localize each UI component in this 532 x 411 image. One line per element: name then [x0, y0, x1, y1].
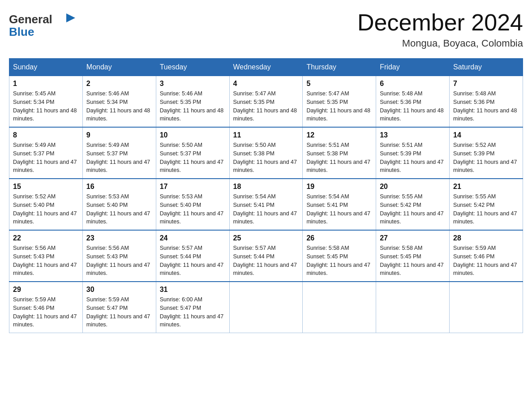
day-number: 26	[306, 234, 372, 242]
header-monday: Monday	[82, 59, 156, 76]
calendar-cell: 19 Sunrise: 5:54 AM Sunset: 5:41 PM Dayl…	[303, 179, 376, 230]
day-info: Sunrise: 5:50 AM Sunset: 5:38 PM Dayligh…	[233, 141, 299, 175]
day-info: Sunrise: 5:49 AM Sunset: 5:37 PM Dayligh…	[86, 141, 152, 175]
day-info: Sunrise: 5:49 AM Sunset: 5:37 PM Dayligh…	[13, 141, 79, 175]
calendar-cell: 1 Sunrise: 5:45 AM Sunset: 5:34 PM Dayli…	[9, 76, 83, 128]
calendar-cell: 9 Sunrise: 5:49 AM Sunset: 5:37 PM Dayli…	[82, 127, 156, 179]
calendar-cell: 6 Sunrise: 5:48 AM Sunset: 5:36 PM Dayli…	[376, 76, 450, 128]
days-header-row: SundayMondayTuesdayWednesdayThursdayFrid…	[9, 59, 523, 76]
calendar-cell: 28 Sunrise: 5:59 AM Sunset: 5:46 PM Dayl…	[450, 230, 523, 282]
calendar-cell: 11 Sunrise: 5:50 AM Sunset: 5:38 PM Dayl…	[229, 127, 303, 179]
calendar-cell: 16 Sunrise: 5:53 AM Sunset: 5:40 PM Dayl…	[82, 179, 156, 230]
day-info: Sunrise: 5:58 AM Sunset: 5:45 PM Dayligh…	[306, 244, 372, 278]
calendar-cell	[450, 282, 523, 333]
day-info: Sunrise: 5:55 AM Sunset: 5:42 PM Dayligh…	[453, 193, 519, 226]
calendar-cell: 2 Sunrise: 5:46 AM Sunset: 5:34 PM Dayli…	[82, 76, 156, 128]
logo: General Blue	[9, 9, 81, 42]
day-info: Sunrise: 5:52 AM Sunset: 5:39 PM Dayligh…	[453, 141, 519, 175]
day-number: 2	[86, 80, 152, 88]
day-info: Sunrise: 5:52 AM Sunset: 5:40 PM Dayligh…	[13, 193, 79, 226]
calendar-cell: 7 Sunrise: 5:48 AM Sunset: 5:36 PM Dayli…	[450, 76, 523, 128]
day-info: Sunrise: 5:58 AM Sunset: 5:45 PM Dayligh…	[380, 244, 446, 278]
svg-marker-1	[66, 13, 75, 22]
week-row-1: 1 Sunrise: 5:45 AM Sunset: 5:34 PM Dayli…	[9, 76, 523, 128]
day-info: Sunrise: 5:57 AM Sunset: 5:44 PM Dayligh…	[160, 244, 226, 278]
calendar-cell: 14 Sunrise: 5:52 AM Sunset: 5:39 PM Dayl…	[450, 127, 523, 179]
day-info: Sunrise: 5:53 AM Sunset: 5:40 PM Dayligh…	[86, 193, 152, 226]
day-info: Sunrise: 5:51 AM Sunset: 5:39 PM Dayligh…	[380, 141, 446, 175]
day-number: 5	[306, 80, 372, 88]
day-info: Sunrise: 5:50 AM Sunset: 5:37 PM Dayligh…	[160, 141, 226, 175]
day-number: 29	[13, 286, 79, 294]
calendar-cell: 31 Sunrise: 6:00 AM Sunset: 5:47 PM Dayl…	[156, 282, 229, 333]
calendar-cell: 8 Sunrise: 5:49 AM Sunset: 5:37 PM Dayli…	[9, 127, 83, 179]
calendar-table: SundayMondayTuesdayWednesdayThursdayFrid…	[9, 58, 523, 333]
day-info: Sunrise: 5:56 AM Sunset: 5:43 PM Dayligh…	[86, 244, 152, 278]
day-number: 15	[13, 183, 79, 191]
calendar-cell: 3 Sunrise: 5:46 AM Sunset: 5:35 PM Dayli…	[156, 76, 229, 128]
day-number: 27	[380, 234, 446, 242]
header-friday: Friday	[376, 59, 450, 76]
calendar-cell: 20 Sunrise: 5:55 AM Sunset: 5:42 PM Dayl…	[376, 179, 450, 230]
day-number: 3	[160, 80, 226, 88]
day-info: Sunrise: 6:00 AM Sunset: 5:47 PM Dayligh…	[160, 295, 226, 329]
day-number: 11	[233, 131, 299, 139]
header-saturday: Saturday	[450, 59, 523, 76]
day-number: 4	[233, 80, 299, 88]
day-info: Sunrise: 5:55 AM Sunset: 5:42 PM Dayligh…	[380, 193, 446, 226]
calendar-cell: 4 Sunrise: 5:47 AM Sunset: 5:35 PM Dayli…	[229, 76, 303, 128]
day-number: 6	[380, 80, 446, 88]
calendar-cell: 29 Sunrise: 5:59 AM Sunset: 5:46 PM Dayl…	[9, 282, 83, 333]
page-header: General Blue December 2024 Mongua, Boyac…	[9, 9, 523, 49]
day-number: 28	[453, 234, 519, 242]
day-number: 12	[306, 131, 372, 139]
calendar-cell	[303, 282, 376, 333]
calendar-cell	[229, 282, 303, 333]
week-row-2: 8 Sunrise: 5:49 AM Sunset: 5:37 PM Dayli…	[9, 127, 523, 179]
calendar-cell: 27 Sunrise: 5:58 AM Sunset: 5:45 PM Dayl…	[376, 230, 450, 282]
calendar-cell: 26 Sunrise: 5:58 AM Sunset: 5:45 PM Dayl…	[303, 230, 376, 282]
day-number: 21	[453, 183, 519, 191]
day-info: Sunrise: 5:59 AM Sunset: 5:46 PM Dayligh…	[453, 244, 519, 278]
day-number: 10	[160, 131, 226, 139]
day-number: 24	[160, 234, 226, 242]
day-number: 18	[233, 183, 299, 191]
day-info: Sunrise: 5:51 AM Sunset: 5:38 PM Dayligh…	[306, 141, 372, 175]
day-info: Sunrise: 5:56 AM Sunset: 5:43 PM Dayligh…	[13, 244, 79, 278]
day-info: Sunrise: 5:57 AM Sunset: 5:44 PM Dayligh…	[233, 244, 299, 278]
week-row-5: 29 Sunrise: 5:59 AM Sunset: 5:46 PM Dayl…	[9, 282, 523, 333]
day-info: Sunrise: 5:59 AM Sunset: 5:46 PM Dayligh…	[13, 295, 79, 329]
week-row-4: 22 Sunrise: 5:56 AM Sunset: 5:43 PM Dayl…	[9, 230, 523, 282]
calendar-cell: 17 Sunrise: 5:53 AM Sunset: 5:40 PM Dayl…	[156, 179, 229, 230]
day-number: 19	[306, 183, 372, 191]
day-number: 16	[86, 183, 152, 191]
header-thursday: Thursday	[303, 59, 376, 76]
svg-text:General: General	[9, 13, 52, 26]
month-title: December 2024	[357, 9, 523, 36]
day-info: Sunrise: 5:48 AM Sunset: 5:36 PM Dayligh…	[453, 90, 519, 123]
day-number: 14	[453, 131, 519, 139]
day-info: Sunrise: 5:46 AM Sunset: 5:34 PM Dayligh…	[86, 90, 152, 123]
title-section: December 2024 Mongua, Boyaca, Colombia	[357, 9, 523, 49]
header-sunday: Sunday	[9, 59, 83, 76]
calendar-cell: 23 Sunrise: 5:56 AM Sunset: 5:43 PM Dayl…	[82, 230, 156, 282]
calendar-cell: 24 Sunrise: 5:57 AM Sunset: 5:44 PM Dayl…	[156, 230, 229, 282]
day-info: Sunrise: 5:45 AM Sunset: 5:34 PM Dayligh…	[13, 90, 79, 123]
day-info: Sunrise: 5:54 AM Sunset: 5:41 PM Dayligh…	[306, 193, 372, 226]
day-number: 9	[86, 131, 152, 139]
day-info: Sunrise: 5:47 AM Sunset: 5:35 PM Dayligh…	[306, 90, 372, 123]
calendar-cell: 30 Sunrise: 5:59 AM Sunset: 5:47 PM Dayl…	[82, 282, 156, 333]
calendar-cell: 10 Sunrise: 5:50 AM Sunset: 5:37 PM Dayl…	[156, 127, 229, 179]
day-number: 13	[380, 131, 446, 139]
day-number: 1	[13, 80, 79, 88]
day-info: Sunrise: 5:54 AM Sunset: 5:41 PM Dayligh…	[233, 193, 299, 226]
day-number: 7	[453, 80, 519, 88]
week-row-3: 15 Sunrise: 5:52 AM Sunset: 5:40 PM Dayl…	[9, 179, 523, 230]
day-number: 30	[86, 286, 152, 294]
day-number: 22	[13, 234, 79, 242]
calendar-cell: 21 Sunrise: 5:55 AM Sunset: 5:42 PM Dayl…	[450, 179, 523, 230]
calendar-cell: 18 Sunrise: 5:54 AM Sunset: 5:41 PM Dayl…	[229, 179, 303, 230]
day-info: Sunrise: 5:53 AM Sunset: 5:40 PM Dayligh…	[160, 193, 226, 226]
day-number: 23	[86, 234, 152, 242]
day-number: 20	[380, 183, 446, 191]
